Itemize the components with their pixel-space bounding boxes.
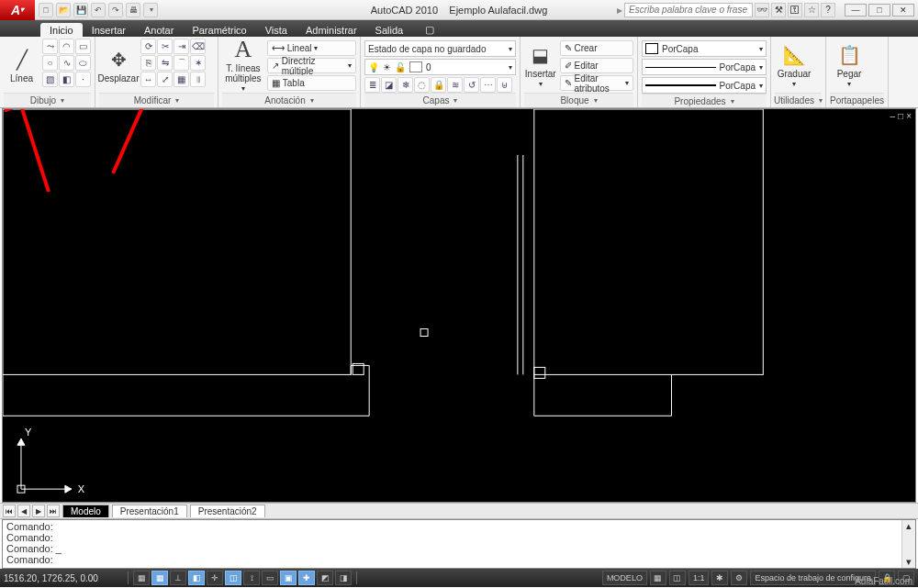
status-toggle-1[interactable]: ▦ bbox=[151, 571, 168, 585]
circle-icon[interactable]: ○ bbox=[42, 55, 58, 71]
close-button[interactable]: ✕ bbox=[892, 4, 914, 17]
nav-prev-button[interactable]: ◀ bbox=[17, 505, 30, 517]
fillet-icon[interactable]: ⌒ bbox=[174, 55, 189, 71]
layerlock-icon[interactable]: 🔒 bbox=[431, 77, 446, 93]
annoauto-icon[interactable]: ⚙ bbox=[731, 571, 747, 585]
tab-extra-icon[interactable]: ▢ bbox=[416, 22, 443, 37]
nav-next-button[interactable]: ▶ bbox=[32, 505, 45, 517]
table-button[interactable]: ▦Tabla bbox=[267, 75, 356, 91]
editar-block-button[interactable]: ✐Editar bbox=[560, 58, 634, 73]
hatch-icon[interactable]: ▧ bbox=[42, 72, 58, 87]
extend-icon[interactable]: ⇥ bbox=[174, 39, 189, 54]
layer-combo[interactable]: 💡☀🔓 0▾ bbox=[364, 59, 516, 75]
layermore-icon[interactable]: ⋯ bbox=[480, 77, 496, 93]
maximize-button[interactable]: □ bbox=[868, 4, 890, 17]
arc-icon[interactable]: ◠ bbox=[59, 39, 74, 54]
layeriso-icon[interactable]: ◪ bbox=[381, 77, 397, 93]
desplazar-button[interactable]: ✥ Desplazar bbox=[99, 39, 138, 92]
status-toggle-8[interactable]: ▣ bbox=[280, 571, 297, 585]
status-toggle-9[interactable]: ✚ bbox=[298, 571, 315, 585]
rotate-icon[interactable]: ⟳ bbox=[140, 39, 156, 54]
tab-salida[interactable]: Salida bbox=[366, 23, 413, 37]
scale-icon[interactable]: ⤢ bbox=[157, 72, 173, 87]
grid-display-icon[interactable]: ▦ bbox=[650, 571, 666, 585]
minimize-button[interactable]: — bbox=[845, 4, 867, 17]
status-toggle-11[interactable]: ◨ bbox=[335, 571, 352, 585]
layeroff-icon[interactable]: ◌ bbox=[414, 77, 430, 93]
status-toggle-2[interactable]: ⊥ bbox=[170, 571, 186, 585]
graduar-button[interactable]: 📐Graduar▾ bbox=[775, 39, 813, 92]
star-icon[interactable]: ☆ bbox=[804, 3, 819, 17]
wrench-icon[interactable]: ⚒ bbox=[771, 3, 786, 17]
nav-last-button[interactable]: ⏭ bbox=[47, 505, 60, 517]
search-input[interactable] bbox=[624, 3, 753, 17]
tab-inicio[interactable]: Inicio bbox=[40, 23, 83, 37]
annoscale-button[interactable]: 1:1 bbox=[688, 571, 710, 585]
erase-icon[interactable]: ⌫ bbox=[190, 39, 206, 54]
explode-icon[interactable]: ✶ bbox=[190, 55, 206, 71]
region-icon[interactable]: ◧ bbox=[59, 72, 74, 87]
panel-portapapeles-label[interactable]: Portapapeles bbox=[830, 93, 884, 107]
tab-vista[interactable]: Vista bbox=[256, 23, 297, 37]
qat-save-icon[interactable]: 💾 bbox=[73, 3, 88, 17]
polyline-icon[interactable]: ⤳ bbox=[42, 39, 58, 54]
crear-block-button[interactable]: ✎Crear bbox=[560, 40, 634, 56]
tab-parametrico[interactable]: Paramétrico bbox=[183, 23, 255, 37]
panel-capas-label[interactable]: Capas bbox=[364, 93, 516, 107]
trim-icon[interactable]: ✂ bbox=[157, 39, 173, 54]
ellipse-icon[interactable]: ⬭ bbox=[75, 55, 91, 71]
layerprev-icon[interactable]: ↺ bbox=[464, 77, 479, 93]
copy-icon[interactable]: ⎘ bbox=[140, 55, 156, 71]
qat-print-icon[interactable]: 🖶 bbox=[126, 3, 140, 17]
qat-redo-icon[interactable]: ↷ bbox=[108, 3, 123, 17]
status-toggle-0[interactable]: ▦ bbox=[133, 571, 150, 585]
mleader-button[interactable]: ↗Directriz múltiple▾ bbox=[267, 58, 356, 73]
array-icon[interactable]: ▦ bbox=[174, 72, 189, 87]
tab-modelo[interactable]: Modelo bbox=[62, 505, 109, 517]
nav-first-button[interactable]: ⏮ bbox=[3, 505, 16, 517]
help-icon[interactable]: ? bbox=[821, 3, 835, 17]
drawing-canvas[interactable]: – □ × X Y bbox=[2, 108, 916, 503]
panel-propiedades-label[interactable]: Propiedades bbox=[642, 94, 767, 107]
insertar-block-button[interactable]: ⬓ Insertar▾ bbox=[524, 39, 557, 92]
tab-presentacion2[interactable]: Presentación2 bbox=[190, 505, 265, 517]
point-icon[interactable]: · bbox=[75, 72, 91, 87]
app-menu-button[interactable]: A▾ bbox=[0, 0, 35, 20]
mirror-icon[interactable]: ⇋ bbox=[157, 55, 173, 71]
mtext-button[interactable]: A T. líneasmúltiples ▾ bbox=[222, 39, 264, 92]
key-icon[interactable]: ⚿ bbox=[788, 3, 802, 17]
panel-bloque-label[interactable]: Bloque bbox=[524, 93, 633, 107]
lineweight-combo[interactable]: PorCapa▾ bbox=[642, 77, 767, 94]
layerfrz-icon[interactable]: ❄ bbox=[397, 77, 413, 93]
panel-modificar-label[interactable]: Modificar bbox=[99, 93, 214, 107]
pegar-button[interactable]: 📋Pegar▾ bbox=[830, 39, 868, 92]
model-space-button[interactable]: MODELO bbox=[602, 571, 647, 585]
binoculars-icon[interactable]: 👓 bbox=[755, 3, 769, 17]
status-toggle-4[interactable]: ✛ bbox=[207, 571, 223, 585]
stretch-icon[interactable]: ↔ bbox=[140, 72, 156, 87]
qat-more-button[interactable] bbox=[143, 3, 158, 17]
spline-icon[interactable]: ∿ bbox=[59, 55, 74, 71]
tab-administrar[interactable]: Administrar bbox=[297, 23, 366, 37]
layermrg-icon[interactable]: ⊎ bbox=[497, 77, 512, 93]
status-toggle-10[interactable]: ◩ bbox=[317, 571, 333, 585]
qat-open-icon[interactable]: 📂 bbox=[56, 3, 71, 17]
qat-new-icon[interactable]: □ bbox=[39, 3, 53, 17]
qat-undo-icon[interactable]: ↶ bbox=[91, 3, 106, 17]
status-toggle-5[interactable]: ◫ bbox=[225, 571, 241, 585]
tab-presentacion1[interactable]: Presentación1 bbox=[112, 505, 187, 517]
tab-insertar[interactable]: Insertar bbox=[83, 23, 135, 37]
offset-icon[interactable]: ⫴ bbox=[190, 72, 206, 87]
annovis-icon[interactable]: ✱ bbox=[711, 571, 728, 585]
rect-icon[interactable]: ▭ bbox=[75, 39, 91, 54]
status-toggle-3[interactable]: ◧ bbox=[188, 571, 205, 585]
status-toggle-7[interactable]: ▭ bbox=[262, 571, 278, 585]
command-scrollbar[interactable]: ▴▾ bbox=[901, 520, 915, 568]
command-line[interactable]: Comando: Comando: Comando: _ Comando: ▴▾ bbox=[2, 519, 916, 569]
panel-dibujo-label[interactable]: Dibujo bbox=[4, 93, 91, 107]
edit-attrib-button[interactable]: ✎Editar atributos▾ bbox=[560, 75, 634, 91]
layer-state-combo[interactable]: Estado de capa no guardado▾ bbox=[364, 40, 516, 57]
layer-props-icon[interactable]: ≣ bbox=[364, 77, 380, 93]
quick-props-icon[interactable]: ◫ bbox=[669, 571, 686, 585]
color-combo[interactable]: PorCapa▾ bbox=[642, 40, 767, 57]
